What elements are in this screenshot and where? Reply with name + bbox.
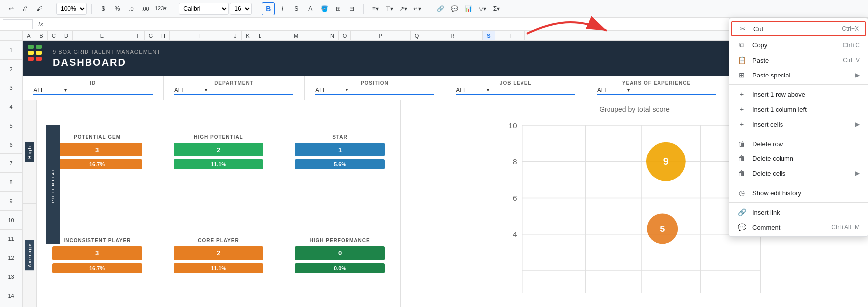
core-player-card: CORE PLAYER 2 11.1% [158,204,279,307]
bold-button[interactable]: B [262,2,275,15]
col-header-K[interactable]: K [242,31,254,40]
col-header-A[interactable]: A [23,31,35,40]
col-header-L[interactable]: L [254,31,266,40]
header-title-top: 9 BOX GRID TALENT MANAGEMENT [53,49,161,55]
col-header-F[interactable]: F [132,31,145,40]
col-header-I[interactable]: I [170,31,229,40]
col-header-D[interactable]: D [60,31,73,40]
filter-select-4[interactable]: ALL ▾ [597,87,716,95]
filter-label-2: POSITION [361,80,389,86]
ctx-item-show-edit-history[interactable]: ◷ Show edit history [729,185,868,200]
print-button[interactable]: 🖨 [19,2,32,15]
format123-button[interactable]: 123▾ [153,2,169,15]
filter-select-0[interactable]: ALL ▾ [33,87,153,95]
ctx-item-insert-1-row-above[interactable]: + Insert 1 row above [729,87,868,102]
svg-text:6: 6 [513,194,517,202]
ctx-item-insert-1-column-left[interactable]: + Insert 1 column left [729,102,868,117]
row-num-4[interactable]: 4 [0,97,22,116]
row-num-14[interactable]: 14 [0,286,22,305]
italic-button[interactable]: I [276,2,289,15]
ctx-item-delete-column[interactable]: 🗑 Delete column [729,151,868,166]
col-header-T[interactable]: T [495,31,525,40]
toolbar-font: Calibri 16 [177,3,254,15]
filter-arrow-3: ▾ [487,87,489,93]
row-num-11[interactable]: 11 [0,230,22,248]
align-h-button[interactable]: ≡▾ [369,2,382,15]
decimal0-button[interactable]: .0 [125,2,138,15]
row-num-7[interactable]: 7 [0,154,22,173]
text-color-button[interactable]: A [304,2,317,15]
col-header-Q[interactable]: Q [411,31,423,40]
row-num-5[interactable]: 5 [0,116,22,135]
col-header-N[interactable]: N [326,31,339,40]
font-size-select[interactable]: 16 [230,3,252,15]
svg-text:8: 8 [513,157,517,166]
row-num-13[interactable]: 13 [0,267,22,286]
toolbar-format: $ % .0 .00 123▾ [95,2,171,15]
row-num-6[interactable]: 6 [0,135,22,154]
row-num-8[interactable]: 8 [0,173,22,192]
row-num-9[interactable]: 9 [0,192,22,211]
col-header-O[interactable]: O [339,31,351,40]
currency-button[interactable]: $ [97,2,110,15]
chart-button[interactable]: 📊 [462,2,475,15]
ctx-label-11: Delete cells [752,170,849,177]
ctx-label-6: Insert 1 column left [752,106,860,113]
percent-button[interactable]: % [111,2,124,15]
filter-col-position: POSITION ALL ▾ [305,76,445,100]
row-num-2[interactable]: 2 [0,60,22,78]
ctx-separator-12 [729,183,868,183]
row-num-10[interactable]: 10 [0,211,22,230]
row-num-12[interactable]: 12 [0,248,22,267]
merge-button[interactable]: ⊟ [346,2,358,15]
col-header-M[interactable]: M [266,31,326,40]
zoom-select[interactable]: 100% [56,3,87,15]
ctx-item-insert-cells[interactable]: + Insert cells▶ [729,117,868,132]
toolbar-zoom: 100% [54,3,88,15]
ctx-item-delete-cells[interactable]: 🗑 Delete cells▶ [729,166,868,181]
ctx-icon-9: 🗑 [737,140,746,148]
filter-label-1: DEPARTMENT [214,80,254,86]
filter-select-1[interactable]: ALL ▾ [174,87,294,95]
decimal00-button[interactable]: .00 [139,2,152,15]
ctx-item-delete-row[interactable]: 🗑 Delete row [729,136,868,151]
cell-reference[interactable] [3,19,33,29]
rotate-button[interactable]: ↗▾ [397,2,410,15]
font-select[interactable]: Calibri [179,3,229,15]
function-button[interactable]: Σ▾ [490,2,503,15]
strikethrough-button[interactable]: S [290,2,303,15]
filter-button[interactable]: ▽▾ [476,2,489,15]
fill-color-button[interactable]: 🪣 [318,2,331,15]
align-v-button[interactable]: ⊤▾ [383,2,396,15]
wrap-button[interactable]: ↵▾ [411,2,424,15]
ctx-item-paste-special[interactable]: ⊞ Paste special▶ [729,68,868,82]
row-num-3[interactable]: 3 [0,78,22,97]
col-header-J[interactable]: J [229,31,242,40]
col-header-E[interactable]: E [73,31,132,40]
separator-5 [363,4,364,14]
undo-button[interactable]: ↩ [5,2,18,15]
ctx-item-copy[interactable]: ⧉ CopyCtrl+C [729,37,868,53]
inconsistent-player-value: 3 [52,246,143,260]
link-button[interactable]: 🔗 [434,2,447,15]
filter-col-years-of-experience: YEARS OF EXPERIENCE ALL ▾ [586,76,727,100]
col-header-R[interactable]: R [423,31,483,40]
row-num-1[interactable]: 1 [0,41,22,60]
ctx-item-paste[interactable]: 📋 PasteCtrl+V [729,53,868,68]
col-header-H[interactable]: H [157,31,170,40]
col-header-S[interactable]: S [483,31,495,40]
ctx-item-insert-link[interactable]: 🔗 Insert link [729,205,868,220]
comment-button[interactable]: 💬 [448,2,461,15]
high-performance-pct: 0.0% [295,263,385,273]
col-header-B[interactable]: B [35,31,48,40]
filter-select-2[interactable]: ALL ▾ [315,87,434,95]
ctx-separator-14 [729,202,868,203]
ctx-item-cut[interactable]: ✂ CutCtrl+X [731,21,866,36]
col-header-C[interactable]: C [48,31,60,40]
col-header-P[interactable]: P [351,31,411,40]
ctx-item-comment[interactable]: 💬 CommentCtrl+Alt+M [729,220,868,234]
filter-select-3[interactable]: ALL ▾ [456,87,575,95]
paint-format-button[interactable]: 🖌 [33,2,46,15]
borders-button[interactable]: ⊞ [332,2,345,15]
col-header-G[interactable]: G [145,31,157,40]
